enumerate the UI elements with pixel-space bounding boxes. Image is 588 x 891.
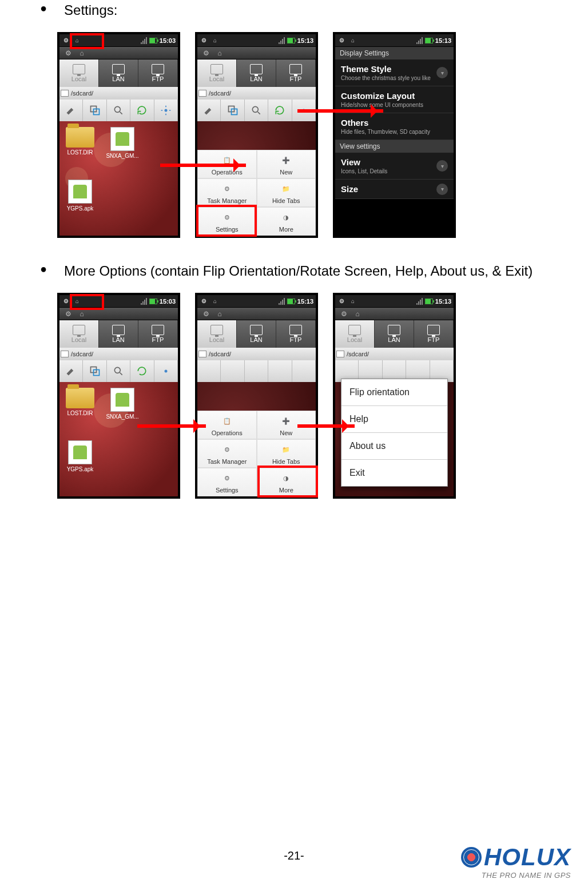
home-status-icon: ⌂ <box>211 37 219 45</box>
search-button[interactable] <box>107 360 130 382</box>
multi-button[interactable] <box>221 360 244 382</box>
folder-snxa[interactable]: SNXA_GM... <box>106 127 138 159</box>
folder-snxa[interactable]: SNXA_GM... <box>106 388 138 420</box>
path-bar[interactable]: /sdcard/ <box>197 87 316 100</box>
tab-ftp[interactable]: FTP <box>138 320 178 348</box>
more-help[interactable]: Help <box>341 406 447 433</box>
file-label: SNXA_GM... <box>106 413 138 420</box>
tab-local[interactable]: Local <box>59 320 99 348</box>
search-button[interactable] <box>245 360 268 382</box>
path-bar[interactable]: /sdcard/ <box>335 348 454 360</box>
file-label: LOST.DIR <box>67 410 93 416</box>
file-ygps[interactable]: YGPS.apk <box>64 440 96 472</box>
config-button[interactable] <box>292 360 316 382</box>
heading-more-options: More Options (contain Flip Orientation/R… <box>64 261 533 281</box>
setting-size[interactable]: Size ▾ <box>335 180 454 199</box>
tab-lan[interactable]: LAN <box>375 320 414 348</box>
arrow-to-more <box>297 424 355 428</box>
tab-lan[interactable]: LAN <box>99 59 138 87</box>
favorite-icon[interactable]: ⚙ <box>63 48 73 58</box>
file-content-area[interactable]: LOST.DIR SNXA_GM... YGPS.apk <box>59 121 178 236</box>
menu-label: Hide Tabs <box>272 197 300 204</box>
file-label: YGPS.apk <box>67 205 94 212</box>
tab-label: FTP <box>152 336 164 343</box>
tab-lan[interactable]: LAN <box>99 320 138 348</box>
app-top-bar: ⚙⌂ <box>197 308 316 320</box>
folder-icon <box>66 127 94 148</box>
menu-more[interactable]: ◑More <box>257 468 316 496</box>
favorite-icon[interactable]: ⚙ <box>63 309 73 319</box>
setting-view[interactable]: View Icons, List, Details ▾ <box>335 153 454 180</box>
file-label: SNXA_GM... <box>106 153 138 159</box>
tab-ftp[interactable]: FTP <box>138 59 178 87</box>
menu-hidetabs[interactable]: 📁Hide Tabs <box>257 439 316 468</box>
edit-button[interactable] <box>197 360 221 382</box>
tab-local[interactable]: Local <box>335 320 375 348</box>
edit-button[interactable] <box>59 360 83 382</box>
more-flip-orientation[interactable]: Flip orientation <box>341 379 447 406</box>
file-label: LOST.DIR <box>67 149 93 156</box>
path-bar[interactable]: /sdcard/ <box>59 87 178 100</box>
tab-local[interactable]: Local <box>197 59 237 87</box>
menu-settings[interactable]: ⚙Settings <box>197 207 257 236</box>
battery-icon <box>149 38 157 43</box>
tab-row: Local LAN FTP <box>197 320 316 348</box>
file-ygps[interactable]: YGPS.apk <box>64 180 96 212</box>
tab-local[interactable]: Local <box>59 59 99 87</box>
favorite-icon[interactable]: ⚙ <box>339 309 349 319</box>
home-icon[interactable]: ⌂ <box>352 309 363 319</box>
multi-button[interactable] <box>83 100 106 121</box>
setting-theme[interactable]: Theme Style Choose the christmas style y… <box>335 59 454 86</box>
home-icon[interactable]: ⌂ <box>77 48 87 58</box>
refresh-button[interactable] <box>268 360 292 382</box>
path-bar[interactable]: /sdcard/ <box>197 348 316 360</box>
file-content-area[interactable]: LOST.DIR SNXA_GM... YGPS.apk <box>59 382 178 496</box>
home-icon[interactable]: ⌂ <box>214 309 225 319</box>
search-button[interactable] <box>107 100 130 121</box>
tab-local[interactable]: Local <box>197 320 237 348</box>
path-text: /sdcard/ <box>71 351 93 357</box>
folder-lostdir[interactable]: LOST.DIR <box>64 127 96 159</box>
home-icon[interactable]: ⌂ <box>214 48 225 58</box>
menu-taskmanager[interactable]: ⚙Task Manager <box>197 178 257 207</box>
more-exit[interactable]: Exit <box>341 460 447 486</box>
app-top-bar: ⚙⌂ <box>197 47 316 59</box>
setting-subtitle: Choose the christmas style you like <box>341 75 448 81</box>
bullet-settings: ● Settings: <box>40 0 582 21</box>
config-button[interactable] <box>154 360 178 382</box>
edit-button[interactable] <box>59 100 83 121</box>
brand-tagline: THE PRO NAME IN GPS <box>461 871 571 880</box>
menu-settings[interactable]: ⚙Settings <box>197 468 257 496</box>
refresh-button[interactable] <box>130 100 154 121</box>
folder-lostdir[interactable]: LOST.DIR <box>64 388 96 420</box>
toolbar <box>59 100 178 121</box>
refresh-button[interactable] <box>268 100 292 121</box>
lan-icon <box>112 64 125 74</box>
tab-lan[interactable]: LAN <box>237 59 276 87</box>
favorite-icon[interactable]: ⚙ <box>201 309 211 319</box>
multi-button[interactable] <box>83 360 106 382</box>
menu-label: New <box>280 169 292 176</box>
tab-ftp[interactable]: FTP <box>276 320 316 348</box>
setting-subtitle: Hide files, Thumbview, SD capacity <box>341 129 448 135</box>
menu-new[interactable]: ➕New <box>257 150 316 178</box>
refresh-button[interactable] <box>130 360 154 382</box>
menu-more[interactable]: ◑More <box>257 207 316 236</box>
menu-hidetabs[interactable]: 📁Hide Tabs <box>257 178 316 207</box>
home-icon[interactable]: ⌂ <box>77 309 87 319</box>
menu-taskmanager[interactable]: ⚙Task Manager <box>197 439 257 468</box>
path-bar[interactable]: /sdcard/ <box>59 348 178 360</box>
tab-lan[interactable]: LAN <box>237 320 276 348</box>
multi-button[interactable] <box>221 100 244 121</box>
app-top-bar: ⚙⌂ <box>335 308 454 320</box>
search-button[interactable] <box>245 100 268 121</box>
signal-icon <box>141 37 147 44</box>
edit-button[interactable] <box>197 100 221 121</box>
tab-ftp[interactable]: FTP <box>276 59 316 87</box>
favorite-icon[interactable]: ⚙ <box>201 48 211 58</box>
tab-ftp[interactable]: FTP <box>414 320 454 348</box>
config-button[interactable] <box>154 100 178 121</box>
more-about-us[interactable]: About us <box>341 433 447 460</box>
setting-others[interactable]: Others Hide files, Thumbview, SD capacit… <box>335 113 454 140</box>
settings-list[interactable]: Display Settings Theme Style Choose the … <box>335 47 454 236</box>
